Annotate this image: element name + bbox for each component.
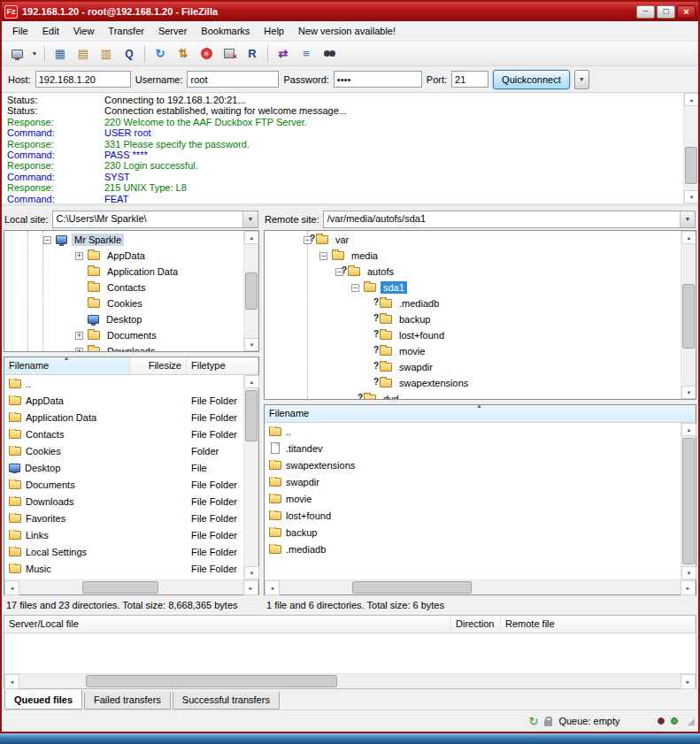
scroll-down-icon[interactable]: ▼ (681, 386, 696, 399)
menu-file[interactable]: File (5, 22, 35, 40)
remote-list-hscrollbar[interactable]: ◄ ► (265, 579, 696, 594)
tree-item[interactable]: −sda1 (265, 280, 681, 295)
process-queue-button[interactable]: ⇅ (173, 44, 194, 64)
menu-help[interactable]: Help (257, 22, 291, 40)
tree-item[interactable]: dvd (265, 391, 681, 399)
host-input[interactable] (35, 71, 131, 88)
speed-limits-icon[interactable]: ↻ (529, 716, 539, 727)
toggle-log-button[interactable]: ▦ (50, 44, 71, 64)
file-row[interactable]: .. (265, 423, 681, 440)
tree-item[interactable]: lost+found (265, 327, 681, 343)
remote-tree-scrollbar[interactable]: ▲ ▼ (681, 231, 696, 399)
column-header-filename[interactable]: ▲Filename (4, 357, 130, 374)
close-button[interactable] (677, 5, 696, 19)
quickconnect-dropdown[interactable]: ▼ (574, 70, 589, 89)
chevron-down-icon[interactable]: ▼ (242, 211, 258, 227)
lock-icon[interactable] (544, 720, 552, 726)
scroll-down-icon[interactable]: ▼ (684, 190, 698, 203)
column-header-filesize[interactable]: Filesize (130, 357, 187, 374)
expand-toggle[interactable]: − (319, 252, 327, 260)
log-scrollbar[interactable]: ▲ ▼ (683, 93, 698, 203)
file-row[interactable]: .mediadb (265, 541, 681, 557)
file-row[interactable]: Application DataFile Folder (4, 409, 243, 426)
scrollbar-thumb[interactable] (685, 147, 697, 185)
menu-view[interactable]: View (66, 22, 102, 40)
file-row[interactable]: CookiesFolder (4, 442, 243, 459)
scroll-down-icon[interactable]: ▼ (244, 338, 259, 351)
expand-toggle[interactable]: − (351, 284, 359, 292)
tree-item[interactable]: +AppData (4, 248, 243, 264)
file-row[interactable]: AppDataFile Folder (4, 392, 243, 409)
column-header-local-file[interactable]: Server/Local file (4, 616, 451, 633)
file-row[interactable]: swapdir (265, 473, 681, 490)
file-row[interactable]: movie (265, 490, 681, 507)
remote-list-scrollbar[interactable]: ▲ ▼ (681, 423, 696, 579)
scrollbar-thumb[interactable] (352, 581, 473, 594)
menu-transfer[interactable]: Transfer (101, 22, 151, 40)
toggle-queue-button[interactable]: Q (119, 44, 140, 64)
menu-edit[interactable]: Edit (35, 22, 66, 40)
toggle-local-tree-button[interactable]: ▤ (73, 44, 94, 64)
local-list-hscrollbar[interactable]: ◄ ► (4, 579, 258, 594)
quickconnect-button[interactable]: Quickconnect (493, 70, 570, 89)
scroll-down-icon[interactable]: ▼ (681, 566, 696, 579)
reconnect-button[interactable]: R (242, 44, 263, 64)
tree-item[interactable]: −autofs (265, 264, 681, 280)
toggle-remote-tree-button[interactable]: ▥ (96, 44, 117, 64)
menu-server[interactable]: Server (151, 22, 194, 40)
tree-item[interactable]: .mediadb (265, 295, 681, 311)
expand-toggle[interactable]: + (75, 252, 83, 260)
refresh-button[interactable]: ↻ (150, 44, 171, 64)
find-files-button[interactable] (319, 44, 340, 64)
column-header-filetype[interactable]: Filetype (187, 357, 258, 374)
cancel-button[interactable] (196, 44, 217, 64)
scroll-up-icon[interactable]: ▲ (244, 231, 259, 244)
scrollbar-thumb[interactable] (245, 390, 258, 441)
tree-item[interactable]: Desktop (4, 311, 243, 327)
scroll-right-icon[interactable]: ► (681, 580, 696, 595)
file-row[interactable]: DocumentsFile Folder (4, 476, 243, 493)
scroll-right-icon[interactable]: ► (243, 580, 258, 595)
expand-toggle[interactable]: − (43, 236, 51, 244)
expand-toggle[interactable]: + (75, 348, 83, 352)
resize-grip-icon[interactable]: ◢ (688, 716, 695, 727)
password-input[interactable] (334, 71, 422, 88)
scroll-left-icon[interactable]: ◄ (4, 580, 19, 595)
scroll-right-icon[interactable]: ► (681, 674, 696, 689)
scrollbar-thumb[interactable] (86, 675, 337, 687)
expand-toggle[interactable]: + (75, 332, 83, 340)
tree-item[interactable]: +Documents (4, 327, 243, 343)
file-row[interactable]: DesktopFile (4, 459, 243, 476)
tree-item[interactable]: −media (265, 248, 681, 264)
remote-site-combo[interactable]: /var/media/autofs/sda1 ▼ (323, 211, 696, 228)
username-input[interactable] (187, 71, 279, 88)
queue-hscrollbar[interactable]: ◄ ► (4, 673, 696, 688)
file-row[interactable]: ContactsFile Folder (4, 426, 243, 442)
file-row[interactable]: .. (4, 375, 243, 392)
file-row[interactable]: MusicFile Folder (4, 560, 243, 577)
file-row[interactable]: .titandev (265, 440, 681, 456)
tab-failed-transfers[interactable]: Failed transfers (84, 692, 171, 709)
menu-bookmarks[interactable]: Bookmarks (194, 22, 257, 40)
port-input[interactable] (451, 71, 488, 88)
minimize-button[interactable] (636, 5, 655, 19)
scroll-left-icon[interactable]: ◄ (265, 580, 280, 595)
file-row[interactable]: backup (265, 524, 681, 541)
tree-item[interactable]: +Downloads (4, 343, 243, 351)
file-row[interactable]: FavoritesFile Folder (4, 510, 243, 526)
scrollbar-thumb[interactable] (682, 438, 695, 564)
scroll-up-icon[interactable]: ▲ (684, 93, 698, 106)
local-site-combo[interactable]: C:\Users\Mr Sparkle\ ▼ (52, 211, 258, 228)
column-header-filename[interactable]: ▲Filename (265, 405, 696, 422)
scroll-down-icon[interactable]: ▼ (244, 566, 259, 579)
scroll-up-icon[interactable]: ▲ (681, 423, 696, 436)
tab-queued-files[interactable]: Queued files (4, 690, 82, 709)
local-list-scrollbar[interactable]: ▲ ▼ (243, 375, 258, 579)
synchronized-browsing-button[interactable]: ≡ (296, 44, 317, 64)
tree-item[interactable]: −Mr Sparkle (4, 232, 243, 248)
scroll-up-icon[interactable]: ▲ (681, 231, 696, 244)
file-row[interactable]: lost+found (265, 507, 681, 524)
file-row[interactable]: DownloadsFile Folder (4, 493, 243, 510)
tree-item[interactable]: Contacts (4, 280, 243, 295)
local-tree-scrollbar[interactable]: ▲ ▼ (243, 231, 258, 351)
